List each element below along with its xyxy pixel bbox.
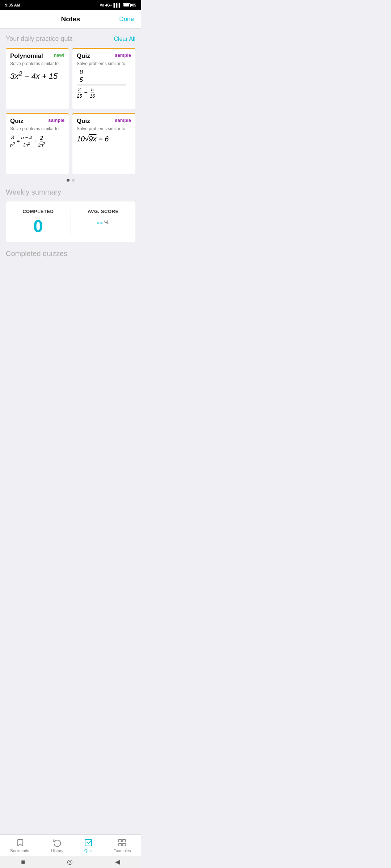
card-header-2: Quiz sample: [77, 52, 131, 60]
card-name-1: Polynomial: [10, 52, 43, 60]
card-header-4: Quiz sample: [77, 118, 131, 125]
avg-score-value: -- %: [97, 218, 109, 227]
completed-value: 0: [33, 218, 43, 235]
quiz-card-fraction[interactable]: Quiz sample Solve problems similar to: 8…: [72, 48, 135, 109]
quiz-cards-grid: Polynomial new! Solve problems similar t…: [6, 48, 135, 174]
card-header-1: Polynomial new!: [10, 52, 64, 60]
signal-icon: ▌▌▌: [114, 3, 121, 7]
dot-1: [67, 179, 70, 182]
card-name-2: Quiz: [77, 52, 90, 60]
percent-symbol: %: [104, 219, 109, 226]
card-name-4: Quiz: [77, 118, 90, 125]
dot-2: [72, 179, 75, 182]
score-dashes: --: [97, 218, 104, 227]
math-expr-2: 8 5 2 25 − 5 16: [77, 69, 131, 99]
quiz-card-rational[interactable]: Quiz sample Solve problems similar to: 3…: [6, 113, 69, 174]
battery-level: 85: [132, 3, 136, 7]
weekly-summary-title: Weekly summary: [6, 188, 135, 196]
page-title: Notes: [61, 15, 80, 23]
quiz-card-sqrt[interactable]: Quiz sample Solve problems similar to: 1…: [72, 113, 135, 174]
done-button[interactable]: Done: [119, 16, 134, 23]
battery-fill: [123, 4, 129, 7]
completed-label: COMPLETED: [22, 209, 54, 214]
card-sub-2: Solve problems similar to:: [77, 61, 131, 66]
badge-sample-2: sample: [115, 52, 131, 58]
quiz-card-polynomial[interactable]: Polynomial new! Solve problems similar t…: [6, 48, 69, 109]
math-expr-1: 3x2 − 4x + 15: [10, 69, 64, 82]
completed-quizzes-title: Completed quizzes: [6, 250, 135, 258]
card-sub-4: Solve problems similar to:: [77, 126, 131, 131]
battery-icon: [123, 3, 131, 7]
main-content: Your daily practice quiz Clear All Polyn…: [0, 29, 141, 327]
status-right: Vo 4G+ ▌▌▌ 85: [100, 3, 136, 7]
weekly-summary-card: COMPLETED 0 AVG. SCORE -- %: [6, 201, 135, 242]
carousel-dots: [6, 179, 135, 182]
avg-score-col: AVG. SCORE -- %: [71, 209, 136, 235]
daily-practice-header: Your daily practice quiz Clear All: [6, 35, 135, 43]
network-indicator: Vo 4G+: [100, 3, 112, 7]
avg-score-label: AVG. SCORE: [88, 209, 119, 214]
badge-sample-4: sample: [115, 118, 131, 123]
status-time: 9:35 AM: [5, 3, 20, 7]
math-expr-4: 10√9x = 6: [77, 135, 131, 143]
badge-new-1: new!: [54, 52, 64, 58]
card-header-3: Quiz sample: [10, 118, 64, 125]
app-header: Notes Done: [0, 10, 141, 29]
daily-practice-title: Your daily practice quiz: [6, 35, 72, 43]
badge-sample-3: sample: [48, 118, 64, 123]
card-sub-1: Solve problems similar to:: [10, 61, 64, 66]
card-sub-3: Solve problems similar to:: [10, 126, 64, 131]
completed-col: COMPLETED 0: [6, 209, 71, 235]
card-name-3: Quiz: [10, 118, 24, 125]
completed-quizzes-empty: [6, 261, 135, 327]
status-bar: 9:35 AM Vo 4G+ ▌▌▌ 85: [0, 0, 141, 10]
math-expr-3: 3 n2 = n − 4 3n2 + 2 3n2: [10, 134, 64, 148]
clear-all-button[interactable]: Clear All: [114, 36, 135, 42]
